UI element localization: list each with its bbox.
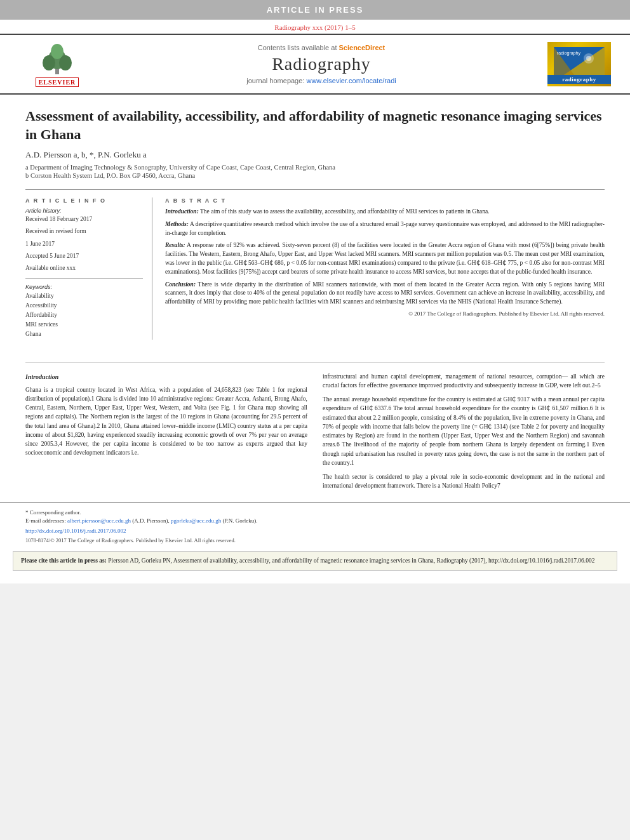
accepted-text: Accepted 5 June 2017	[25, 252, 143, 260]
svg-point-4	[51, 44, 64, 59]
affiliation-b: b Corston Health System Ltd, P.O. Box GP…	[25, 172, 605, 179]
abstract-results: Results: A response rate of 92% was achi…	[165, 241, 605, 276]
email2-link[interactable]: pgorleku@ucc.edu.gh	[171, 517, 223, 524]
body-text-section: Introduction Ghana is a tropical country…	[0, 363, 630, 496]
email-label: E-mail addresses:	[25, 517, 66, 524]
methods-text: A descriptive quantitative research meth…	[165, 221, 605, 236]
received-text: Received 18 February 2017	[25, 215, 143, 223]
article-info-column: A R T I C L E I N F O Article history: R…	[25, 197, 152, 339]
cite-please-label: Please cite this article in press as:	[21, 557, 107, 564]
sciencedirect-line: Contents lists available at ScienceDirec…	[95, 44, 547, 51]
journal-title: Radiography	[95, 54, 547, 74]
keyword-1: Availability	[25, 291, 143, 301]
doi-line: http://dx.doi.org/10.1016/j.radi.2017.06…	[25, 524, 605, 535]
col2-para3: The health sector is considered to play …	[323, 472, 605, 491]
info-abstract-section: A R T I C L E I N F O Article history: R…	[25, 189, 605, 339]
keyword-5: Ghana	[25, 330, 143, 339]
history-label: Article history:	[25, 208, 143, 214]
conclusion-text: There is wide disparity in the distribut…	[165, 281, 605, 305]
results-label: Results:	[165, 242, 185, 248]
col2-para2: The annual average household expenditure…	[323, 395, 605, 467]
doi-link[interactable]: http://dx.doi.org/10.1016/j.radi.2017.06…	[25, 528, 126, 534]
authors-line: A.D. Piersson a, b, *, P.N. Gorleku a	[25, 150, 605, 160]
page: ARTICLE IN PRESS Radiography xxx (2017) …	[0, 0, 630, 583]
conclusion-label: Conclusion:	[165, 281, 196, 288]
email1-link[interactable]: albert.piersson@ucc.edu.gh	[67, 517, 132, 524]
affiliation-a: a Department of Imaging Technology & Son…	[25, 164, 605, 171]
footer-section: * Corresponding author. E-mail addresses…	[0, 502, 630, 543]
abstract-copyright: © 2017 The College of Radiographers. Pub…	[165, 310, 605, 317]
abstract-introduction: Introduction: The aim of this study was …	[165, 208, 605, 217]
body-right-column: infrastructural and human capital develo…	[323, 372, 605, 496]
available-text: Available online xxx	[25, 264, 143, 272]
intro-para-1-text: Ghana is a tropical country located in W…	[25, 387, 307, 457]
abstract-column: A B S T R A C T Introduction: The aim of…	[165, 197, 605, 339]
journal-citation-text: Radiography xxx (2017) 1–5	[274, 23, 355, 31]
intro-text: The aim of this study was to assess the …	[200, 208, 490, 215]
email2-name: (P.N. Gorleku).	[223, 517, 258, 524]
elsevier-text: ELSEVIER	[36, 77, 79, 87]
introduction-heading: Introduction	[25, 372, 307, 382]
email1-name: (A.D. Piersson),	[132, 517, 170, 524]
intro-label: Introduction:	[165, 208, 199, 215]
affiliation-a-text: a Department of Imaging Technology & Son…	[25, 164, 335, 171]
authors-text: A.D. Piersson a, b, *, P.N. Gorleku a	[25, 150, 147, 159]
main-content: Assessment of availability, accessibilit…	[0, 95, 630, 352]
keywords-divider	[25, 278, 143, 279]
svg-text:radiography: radiography	[557, 51, 580, 56]
homepage-line: journal homepage: www.elsevier.com/locat…	[95, 77, 547, 84]
keywords-list: Availability Accessibility Affordability…	[25, 291, 143, 340]
keyword-3: Affordability	[25, 310, 143, 320]
keyword-2: Accessibility	[25, 301, 143, 310]
sciencedirect-link[interactable]: ScienceDirect	[339, 44, 385, 51]
elsevier-logo: ELSEVIER	[19, 41, 95, 87]
methods-label: Methods:	[165, 221, 189, 227]
body-left-column: Introduction Ghana is a tropical country…	[25, 372, 307, 496]
journal-center: Contents lists available at ScienceDirec…	[95, 44, 547, 84]
revised-label: Received in revised form	[25, 227, 143, 236]
corresponding-label: * Corresponding author.	[25, 509, 81, 516]
radiography-logo-box: radiography	[547, 42, 611, 86]
email-addresses-line: E-mail addresses: albert.piersson@ucc.ed…	[25, 517, 605, 524]
abstract-conclusion: Conclusion: There is wide disparity in t…	[165, 281, 605, 307]
affiliation-b-text: b Corston Health System Ltd, P.O. Box GP…	[25, 172, 195, 179]
abstract-methods: Methods: A descriptive quantitative rese…	[165, 220, 605, 238]
results-text: A response rate of 92% was achieved. Six…	[165, 242, 605, 274]
radiography-logo-icon: radiography	[554, 47, 605, 82]
journal-citation: Radiography xxx (2017) 1–5	[0, 20, 630, 34]
corresponding-author: * Corresponding author.	[25, 509, 605, 516]
revised-date: 1 June 2017	[25, 240, 143, 248]
abstract-label: A B S T R A C T	[165, 197, 605, 204]
footer-copyright: 1078-8174/© 2017 The College of Radiogra…	[25, 537, 605, 543]
intro-para-1: Ghana is a tropical country located in W…	[25, 385, 307, 458]
article-info-label: A R T I C L E I N F O	[25, 197, 143, 204]
journal-header: ELSEVIER Contents lists available at Sci…	[0, 34, 630, 95]
citation-box: Please cite this article in press as: Pi…	[13, 551, 617, 571]
elsevier-tree-icon	[35, 41, 79, 76]
col2-para1: infrastructural and human capital develo…	[323, 372, 605, 390]
article-in-press-banner: ARTICLE IN PRESS	[0, 0, 630, 20]
keywords-label: Keywords:	[25, 284, 143, 290]
banner-text: ARTICLE IN PRESS	[267, 5, 364, 15]
homepage-link[interactable]: www.elsevier.com/locate/radi	[306, 77, 396, 84]
svg-point-10	[586, 56, 591, 61]
article-title: Assessment of availability, accessibilit…	[25, 107, 605, 143]
keyword-4: MRI services	[25, 320, 143, 330]
citation-text: Piersson AD, Gorleku PN, Assessment of a…	[108, 557, 594, 564]
